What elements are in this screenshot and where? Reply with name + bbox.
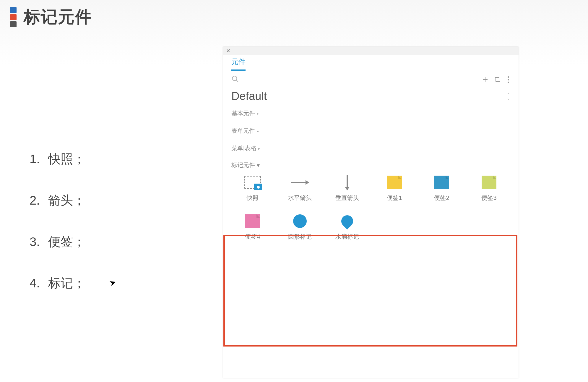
svg-rect-4: [496, 78, 500, 82]
widget-label: 水滴标记: [335, 233, 359, 241]
list-number: 3.: [30, 235, 40, 249]
panel-titlebar: ✕: [223, 47, 519, 55]
widget-label: 便签3: [481, 194, 496, 202]
widget-sticky-note-2[interactable]: 便签2: [418, 175, 465, 202]
note-yellow-icon: [386, 175, 403, 190]
tab-widgets[interactable]: 元件: [231, 57, 246, 71]
library-name: Default: [231, 90, 507, 103]
list-text: 便签；: [48, 234, 85, 250]
section-form[interactable]: 表单元件 ▸: [223, 122, 519, 139]
more-icon[interactable]: [506, 76, 510, 83]
list-text: 标记；: [48, 275, 85, 292]
widget-label: 便签2: [434, 194, 449, 202]
widget-circle-marker[interactable]: 圆形标记: [276, 214, 324, 241]
drop-marker-icon: [339, 214, 356, 229]
widget-label: 水平箭头: [288, 194, 312, 202]
list-number: 2.: [30, 193, 40, 208]
widget-label: 垂直箭头: [335, 194, 359, 202]
section-markup[interactable]: 标记元件 ▾: [223, 156, 519, 172]
panel-toolbar: [223, 71, 519, 88]
library-selector[interactable]: Default ⌃⌄: [231, 90, 510, 104]
stepper-icon: ⌃⌄: [507, 93, 510, 100]
svg-point-0: [232, 76, 237, 80]
list-item: 3. 便签；: [30, 234, 85, 250]
section-menu-table[interactable]: 菜单|表格 ▸: [223, 139, 519, 156]
widget-sticky-note-4[interactable]: 便签4: [229, 214, 276, 241]
widget-label: 快照: [247, 194, 259, 202]
svg-line-1: [236, 80, 238, 82]
section-label: 标记元件: [231, 161, 255, 169]
vertical-arrow-icon: [339, 175, 356, 190]
list-number: 1.: [30, 152, 40, 166]
list-text: 箭头；: [48, 192, 85, 209]
app-logo-icon: [9, 7, 17, 27]
panel-tabs: 元件: [223, 55, 519, 71]
mouse-cursor-icon: ➤: [108, 277, 118, 289]
snapshot-icon: [244, 175, 261, 190]
widget-sticky-note-1[interactable]: 便签1: [371, 175, 418, 202]
widgets-panel: ✕ 元件 Default ⌃⌄ 基本元件 ▸ 表单元件 ▸ 菜单|表格 ▸: [223, 47, 519, 378]
add-icon[interactable]: [482, 76, 489, 83]
library-icon[interactable]: [494, 76, 501, 83]
widget-snapshot[interactable]: 快照: [229, 175, 276, 202]
circle-marker-icon: [291, 214, 308, 229]
content-list: 1. 快照； 2. 箭头； 3. 便签； 4. 标记；: [30, 151, 85, 316]
highlight-annotation: [223, 235, 517, 347]
section-label: 菜单|表格: [231, 144, 256, 152]
chevron-right-icon: ▸: [257, 111, 259, 116]
page-title: 标记元件: [24, 6, 92, 28]
widget-label: 便签1: [387, 194, 402, 202]
list-item: 2. 箭头；: [30, 192, 85, 209]
list-item: 1. 快照；: [30, 151, 85, 167]
widget-vertical-arrow[interactable]: 垂直箭头: [324, 175, 371, 202]
page-header: 标记元件: [9, 6, 92, 28]
section-label: 表单元件: [231, 127, 255, 135]
widget-label: 便签4: [245, 233, 260, 241]
widget-horizontal-arrow[interactable]: 水平箭头: [276, 175, 324, 202]
note-pink-icon: [244, 214, 261, 229]
chevron-right-icon: ▸: [257, 129, 259, 133]
search-icon[interactable]: [231, 75, 239, 84]
list-number: 4.: [30, 276, 40, 290]
note-green-icon: [480, 175, 498, 190]
horizontal-arrow-icon: [291, 175, 308, 190]
chevron-down-icon: ▾: [257, 162, 260, 169]
section-label: 基本元件: [231, 109, 255, 117]
note-blue-icon: [433, 175, 450, 190]
section-basic[interactable]: 基本元件 ▸: [223, 104, 519, 122]
widget-sticky-note-3[interactable]: 便签3: [465, 175, 513, 202]
widgets-grid: 快照 水平箭头 垂直箭头 便签1 便签2 便签3 便签4 圆形标记: [223, 172, 519, 244]
list-item: 4. 标记；: [30, 275, 85, 292]
chevron-right-icon: ▸: [258, 146, 260, 151]
close-icon[interactable]: ✕: [226, 48, 230, 54]
widget-drop-marker[interactable]: 水滴标记: [324, 214, 371, 241]
widget-label: 圆形标记: [288, 233, 312, 241]
list-text: 快照；: [48, 151, 85, 167]
